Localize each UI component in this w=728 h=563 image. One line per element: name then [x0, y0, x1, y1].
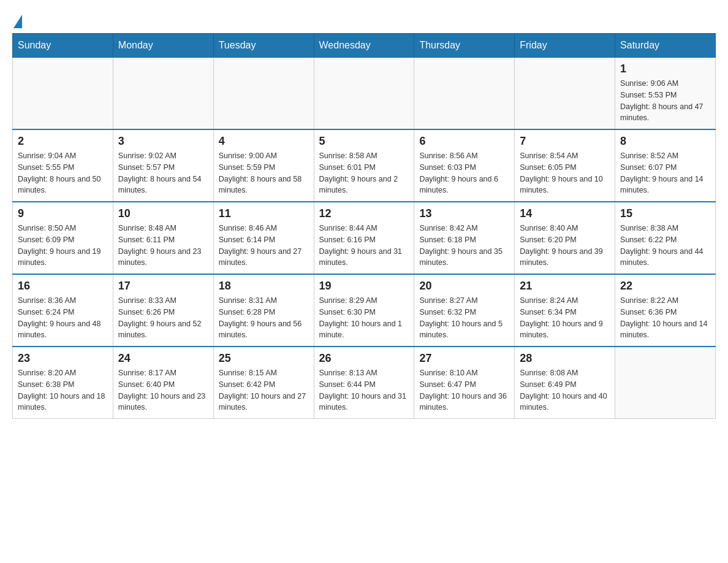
day-number: 4 — [219, 135, 309, 148]
day-info: Sunrise: 8:48 AM Sunset: 6:11 PM Dayligh… — [118, 223, 208, 269]
calendar-cell: 14Sunrise: 8:40 AM Sunset: 6:20 PM Dayli… — [515, 202, 615, 274]
calendar-cell: 1Sunrise: 9:06 AM Sunset: 5:53 PM Daylig… — [615, 58, 716, 130]
calendar-cell: 11Sunrise: 8:46 AM Sunset: 6:14 PM Dayli… — [213, 202, 314, 274]
calendar-cell: 7Sunrise: 8:54 AM Sunset: 6:05 PM Daylig… — [515, 129, 615, 202]
day-info: Sunrise: 9:00 AM Sunset: 5:59 PM Dayligh… — [219, 150, 309, 196]
calendar-cell: 27Sunrise: 8:10 AM Sunset: 6:47 PM Dayli… — [414, 347, 515, 419]
calendar-cell: 17Sunrise: 8:33 AM Sunset: 6:26 PM Dayli… — [113, 274, 213, 347]
day-number: 28 — [520, 352, 610, 365]
day-info: Sunrise: 8:27 AM Sunset: 6:32 PM Dayligh… — [419, 295, 509, 341]
calendar-cell: 16Sunrise: 8:36 AM Sunset: 6:24 PM Dayli… — [13, 274, 113, 347]
day-number: 1 — [620, 63, 710, 75]
calendar-cell: 3Sunrise: 9:02 AM Sunset: 5:57 PM Daylig… — [113, 129, 213, 202]
calendar-cell — [615, 347, 716, 419]
calendar-cell: 26Sunrise: 8:13 AM Sunset: 6:44 PM Dayli… — [314, 347, 414, 419]
day-number: 24 — [118, 352, 208, 365]
calendar-cell: 4Sunrise: 9:00 AM Sunset: 5:59 PM Daylig… — [213, 129, 314, 202]
day-info: Sunrise: 8:36 AM Sunset: 6:24 PM Dayligh… — [18, 295, 108, 341]
calendar-week-row: 9Sunrise: 8:50 AM Sunset: 6:09 PM Daylig… — [13, 202, 716, 274]
page-header — [12, 12, 716, 27]
day-number: 21 — [520, 280, 610, 293]
day-number: 25 — [219, 352, 309, 365]
logo-triangle-icon — [13, 15, 22, 28]
day-number: 12 — [319, 207, 409, 220]
day-info: Sunrise: 8:31 AM Sunset: 6:28 PM Dayligh… — [219, 295, 309, 341]
day-info: Sunrise: 8:58 AM Sunset: 6:01 PM Dayligh… — [319, 150, 409, 196]
calendar-week-row: 1Sunrise: 9:06 AM Sunset: 5:53 PM Daylig… — [13, 58, 716, 130]
calendar-cell: 22Sunrise: 8:22 AM Sunset: 6:36 PM Dayli… — [615, 274, 716, 347]
calendar-week-row: 23Sunrise: 8:20 AM Sunset: 6:38 PM Dayli… — [13, 347, 716, 419]
day-number: 10 — [118, 207, 208, 220]
calendar-cell: 13Sunrise: 8:42 AM Sunset: 6:18 PM Dayli… — [414, 202, 515, 274]
day-info: Sunrise: 8:44 AM Sunset: 6:16 PM Dayligh… — [319, 223, 409, 269]
calendar-cell: 18Sunrise: 8:31 AM Sunset: 6:28 PM Dayli… — [213, 274, 314, 347]
day-info: Sunrise: 8:54 AM Sunset: 6:05 PM Dayligh… — [520, 150, 610, 196]
day-number: 18 — [219, 280, 309, 293]
day-number: 5 — [319, 135, 409, 148]
day-number: 16 — [18, 280, 108, 293]
calendar-cell: 15Sunrise: 8:38 AM Sunset: 6:22 PM Dayli… — [615, 202, 716, 274]
calendar-header-row: SundayMondayTuesdayWednesdayThursdayFrid… — [13, 34, 716, 58]
day-number: 6 — [419, 135, 509, 148]
day-number: 15 — [620, 207, 710, 220]
day-info: Sunrise: 8:22 AM Sunset: 6:36 PM Dayligh… — [620, 295, 710, 341]
day-number: 26 — [319, 352, 409, 365]
day-number: 11 — [219, 207, 309, 220]
calendar-cell: 21Sunrise: 8:24 AM Sunset: 6:34 PM Dayli… — [515, 274, 615, 347]
calendar-cell — [213, 58, 314, 130]
calendar-week-row: 2Sunrise: 9:04 AM Sunset: 5:55 PM Daylig… — [13, 129, 716, 202]
day-info: Sunrise: 8:10 AM Sunset: 6:47 PM Dayligh… — [419, 367, 509, 413]
calendar-cell — [414, 58, 515, 130]
calendar-header-friday: Friday — [515, 34, 615, 58]
logo — [12, 12, 22, 27]
day-info: Sunrise: 8:52 AM Sunset: 6:07 PM Dayligh… — [620, 150, 710, 196]
calendar-cell — [314, 58, 414, 130]
day-info: Sunrise: 9:02 AM Sunset: 5:57 PM Dayligh… — [118, 150, 208, 196]
day-info: Sunrise: 8:15 AM Sunset: 6:42 PM Dayligh… — [219, 367, 309, 413]
day-number: 3 — [118, 135, 208, 148]
calendar-header-thursday: Thursday — [414, 34, 515, 58]
calendar-cell: 2Sunrise: 9:04 AM Sunset: 5:55 PM Daylig… — [13, 129, 113, 202]
day-info: Sunrise: 8:24 AM Sunset: 6:34 PM Dayligh… — [520, 295, 610, 341]
day-number: 22 — [620, 280, 710, 293]
day-info: Sunrise: 8:29 AM Sunset: 6:30 PM Dayligh… — [319, 295, 409, 341]
day-info: Sunrise: 8:56 AM Sunset: 6:03 PM Dayligh… — [419, 150, 509, 196]
calendar-cell: 12Sunrise: 8:44 AM Sunset: 6:16 PM Dayli… — [314, 202, 414, 274]
calendar-header-saturday: Saturday — [615, 34, 716, 58]
calendar-header-sunday: Sunday — [13, 34, 113, 58]
day-info: Sunrise: 8:50 AM Sunset: 6:09 PM Dayligh… — [18, 223, 108, 269]
calendar-cell: 24Sunrise: 8:17 AM Sunset: 6:40 PM Dayli… — [113, 347, 213, 419]
calendar-cell: 20Sunrise: 8:27 AM Sunset: 6:32 PM Dayli… — [414, 274, 515, 347]
day-info: Sunrise: 9:06 AM Sunset: 5:53 PM Dayligh… — [620, 78, 710, 124]
day-info: Sunrise: 8:38 AM Sunset: 6:22 PM Dayligh… — [620, 223, 710, 269]
calendar-cell: 5Sunrise: 8:58 AM Sunset: 6:01 PM Daylig… — [314, 129, 414, 202]
calendar-header-monday: Monday — [113, 34, 213, 58]
day-number: 20 — [419, 280, 509, 293]
calendar-cell — [515, 58, 615, 130]
day-number: 17 — [118, 280, 208, 293]
day-info: Sunrise: 8:42 AM Sunset: 6:18 PM Dayligh… — [419, 223, 509, 269]
calendar-cell: 6Sunrise: 8:56 AM Sunset: 6:03 PM Daylig… — [414, 129, 515, 202]
calendar-cell: 10Sunrise: 8:48 AM Sunset: 6:11 PM Dayli… — [113, 202, 213, 274]
calendar-cell: 19Sunrise: 8:29 AM Sunset: 6:30 PM Dayli… — [314, 274, 414, 347]
day-info: Sunrise: 8:46 AM Sunset: 6:14 PM Dayligh… — [219, 223, 309, 269]
day-number: 14 — [520, 207, 610, 220]
day-info: Sunrise: 8:17 AM Sunset: 6:40 PM Dayligh… — [118, 367, 208, 413]
calendar-cell: 23Sunrise: 8:20 AM Sunset: 6:38 PM Dayli… — [13, 347, 113, 419]
day-number: 9 — [18, 207, 108, 220]
calendar-cell: 8Sunrise: 8:52 AM Sunset: 6:07 PM Daylig… — [615, 129, 716, 202]
calendar-cell — [113, 58, 213, 130]
calendar-week-row: 16Sunrise: 8:36 AM Sunset: 6:24 PM Dayli… — [13, 274, 716, 347]
day-number: 13 — [419, 207, 509, 220]
calendar-cell — [13, 58, 113, 130]
day-info: Sunrise: 8:33 AM Sunset: 6:26 PM Dayligh… — [118, 295, 208, 341]
day-number: 2 — [18, 135, 108, 148]
calendar-table: SundayMondayTuesdayWednesdayThursdayFrid… — [12, 33, 716, 419]
calendar-cell: 9Sunrise: 8:50 AM Sunset: 6:09 PM Daylig… — [13, 202, 113, 274]
day-info: Sunrise: 8:08 AM Sunset: 6:49 PM Dayligh… — [520, 367, 610, 413]
calendar-cell: 25Sunrise: 8:15 AM Sunset: 6:42 PM Dayli… — [213, 347, 314, 419]
day-number: 23 — [18, 352, 108, 365]
day-info: Sunrise: 8:40 AM Sunset: 6:20 PM Dayligh… — [520, 223, 610, 269]
day-number: 7 — [520, 135, 610, 148]
day-info: Sunrise: 8:13 AM Sunset: 6:44 PM Dayligh… — [319, 367, 409, 413]
